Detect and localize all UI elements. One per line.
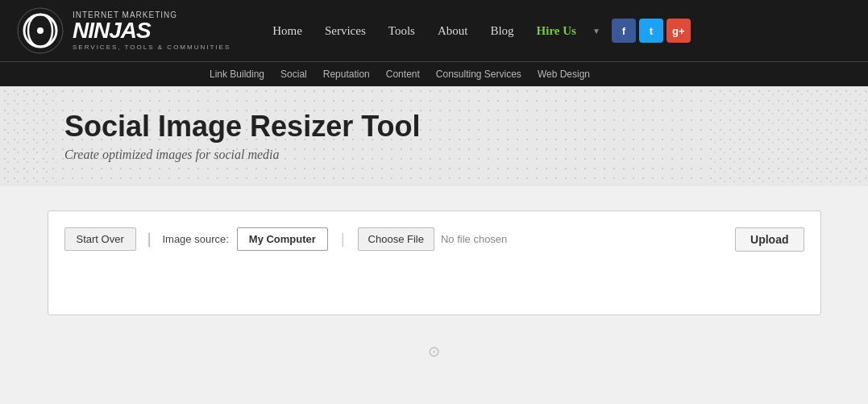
logo-subtitle: SERVICES, TOOLS & COMMUNITIES — [73, 44, 230, 51]
header-subnav: Link Building Social Reputation Content … — [0, 62, 868, 86]
subnav-link-building[interactable]: Link Building — [210, 69, 264, 80]
dropdown-arrow-icon[interactable]: ▼ — [592, 27, 600, 35]
logo-area: INTERNET MARKETING NINJAS SERVICES, TOOL… — [16, 6, 230, 55]
start-over-button[interactable]: Start Over — [64, 227, 136, 251]
logo-icon — [16, 6, 64, 55]
upload-button[interactable]: Upload — [735, 227, 804, 252]
footer-area: ⊙ — [0, 331, 868, 372]
image-source-label: Image source: — [162, 233, 228, 245]
tool-box: Start Over | Image source: My Computer |… — [48, 210, 821, 315]
my-computer-button[interactable]: My Computer — [237, 227, 328, 251]
hero-content: Social Image Resizer Tool Create optimiz… — [64, 110, 804, 162]
no-file-text: No file chosen — [441, 233, 507, 245]
header: INTERNET MARKETING NINJAS SERVICES, TOOL… — [0, 0, 868, 86]
nav-item-blog[interactable]: Blog — [480, 18, 523, 44]
tool-controls: Start Over | Image source: My Computer |… — [64, 227, 804, 252]
nav-item-about[interactable]: About — [428, 18, 478, 44]
pipe-separator: | — [341, 231, 345, 248]
subnav-social[interactable]: Social — [280, 69, 307, 80]
page-title: Social Image Resizer Tool — [64, 110, 804, 143]
subnav-content[interactable]: Content — [386, 69, 420, 80]
logo-text-block: INTERNET MARKETING NINJAS SERVICES, TOOL… — [73, 10, 230, 51]
nav-item-home[interactable]: Home — [263, 18, 312, 44]
facebook-icon[interactable]: f — [612, 19, 636, 43]
logo-ninjas: NINJAS — [73, 19, 230, 42]
choose-file-button[interactable]: Choose File — [358, 227, 434, 251]
main-content: Start Over | Image source: My Computer |… — [0, 186, 868, 331]
nav-item-tools[interactable]: Tools — [379, 18, 425, 44]
hero-banner: Social Image Resizer Tool Create optimiz… — [0, 86, 868, 186]
footer-icon: ⊙ — [428, 344, 440, 360]
main-nav: Home Services Tools About Blog Hire Us ▼… — [263, 18, 852, 44]
nav-item-hire-us[interactable]: Hire Us — [527, 18, 586, 44]
subnav-reputation[interactable]: Reputation — [323, 69, 370, 80]
page-subtitle: Create optimized images for social media — [64, 148, 804, 162]
separator-1: | — [147, 231, 152, 248]
nav-item-services[interactable]: Services — [315, 18, 376, 44]
svg-point-2 — [37, 27, 44, 34]
social-icons: f t g+ — [612, 19, 691, 43]
subnav-web-design[interactable]: Web Design — [538, 69, 590, 80]
twitter-icon[interactable]: t — [639, 19, 663, 43]
header-top: INTERNET MARKETING NINJAS SERVICES, TOOL… — [0, 0, 868, 62]
file-input-wrapper: Choose File No file chosen — [358, 227, 508, 251]
subnav-consulting[interactable]: Consulting Services — [436, 69, 521, 80]
googleplus-icon[interactable]: g+ — [667, 19, 691, 43]
